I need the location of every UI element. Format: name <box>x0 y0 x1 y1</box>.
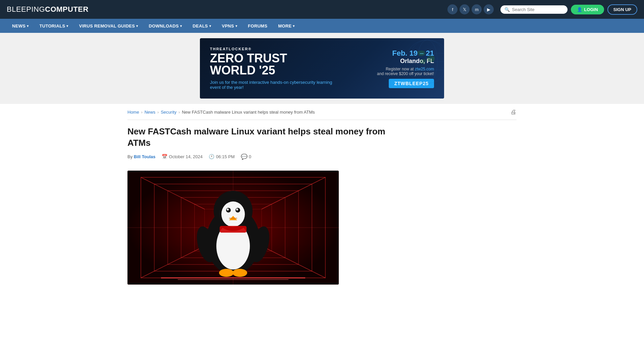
article-comments[interactable]: 💬 0 <box>241 154 251 160</box>
author-link[interactable]: Bill Toulas <box>134 154 156 159</box>
breadcrumb-current: New FASTCash malware Linux variant helps… <box>182 110 315 115</box>
chevron-down-icon: ▾ <box>209 24 211 28</box>
signup-label: SIGN UP <box>613 7 631 12</box>
main-nav: NEWS ▾ TUTORIALS ▾ VIRUS REMOVAL GUIDES … <box>0 19 644 33</box>
date-value: October 14, 2024 <box>169 154 203 159</box>
facebook-icon[interactable]: f <box>447 4 458 14</box>
comment-count: 0 <box>249 154 251 159</box>
nav-tutorials-label: TUTORIALS <box>40 23 65 28</box>
svg-point-33 <box>232 269 247 277</box>
time-value: 06:15 PM <box>216 154 235 159</box>
nav-vpns[interactable]: VPNS ▾ <box>216 19 243 33</box>
nav-virus-removal[interactable]: VIRUS REMOVAL GUIDES ▾ <box>74 19 144 33</box>
nav-vpns-label: VPNS <box>222 23 234 28</box>
sidebar <box>416 120 517 285</box>
site-logo[interactable]: BLEEPINGCOMPUTER <box>7 5 89 14</box>
svg-point-26 <box>227 208 229 210</box>
clock-icon: 🕐 <box>209 154 214 159</box>
ad-banner: THREATLOCKER® ZERO TRUST WORLD '25 Join … <box>0 33 644 104</box>
search-input[interactable] <box>512 7 564 12</box>
user-icon: 👤 <box>577 7 582 12</box>
content-wrapper: Home › News › Security › New FASTCash ma… <box>121 104 523 285</box>
nav-downloads-label: DOWNLOADS <box>149 23 179 28</box>
chevron-down-icon: ▾ <box>180 24 182 28</box>
nav-forums-label: FORUMS <box>248 23 267 28</box>
ad-subtitle: Join us for the most interactive hands-o… <box>210 80 340 90</box>
nav-more[interactable]: MORE ▾ <box>273 19 300 33</box>
mastodon-icon[interactable]: m <box>472 4 482 14</box>
svg-point-23 <box>221 201 245 227</box>
svg-point-27 <box>236 208 238 210</box>
breadcrumb: Home › News › Security › New FASTCash ma… <box>127 104 517 120</box>
ad-left: THREATLOCKER® ZERO TRUST WORLD '25 Join … <box>200 40 350 97</box>
nav-tutorials[interactable]: TUTORIALS ▾ <box>34 19 74 33</box>
nav-virus-label: VIRUS REMOVAL GUIDES <box>79 23 135 28</box>
login-label: LOGIN <box>584 7 598 12</box>
breadcrumb-home[interactable]: Home <box>127 110 139 115</box>
article-time: 🕐 06:15 PM <box>209 154 235 159</box>
header-right: f 𝕏 m ▶ 🔍 👤 LOGIN SIGN UP <box>447 4 637 15</box>
svg-rect-34 <box>220 226 247 233</box>
ad-title-line1: ZERO TRUST <box>210 52 340 64</box>
nav-more-label: MORE <box>278 23 291 28</box>
nav-downloads[interactable]: DOWNLOADS ▾ <box>144 19 187 33</box>
article-meta: By Bill Toulas 📅 October 14, 2024 🕐 06:1… <box>127 154 406 165</box>
chevron-down-icon: ▾ <box>136 24 138 28</box>
article-title: New FASTCash malware Linux variant helps… <box>127 126 406 149</box>
article-date: 📅 October 14, 2024 <box>162 154 203 159</box>
article-content: New FASTCash malware Linux variant helps… <box>127 120 406 285</box>
youtube-icon[interactable]: ▶ <box>484 4 494 14</box>
breadcrumb-sep-1: › <box>141 110 143 115</box>
breadcrumb-sep-2: › <box>157 110 159 115</box>
search-box: 🔍 <box>500 5 568 14</box>
chevron-down-icon: ▾ <box>66 24 68 28</box>
article-hero-svg <box>127 171 339 285</box>
breadcrumb-sep-3: › <box>178 110 180 115</box>
comment-icon: 💬 <box>241 154 248 160</box>
nav-forums[interactable]: FORUMS <box>243 19 273 33</box>
nav-news-label: NEWS <box>12 23 25 28</box>
breadcrumb-news[interactable]: News <box>145 110 156 115</box>
ad-brand: THREATLOCKER® <box>210 47 340 51</box>
print-icon[interactable]: 🖨 <box>511 109 517 116</box>
hero-image <box>127 171 339 285</box>
nav-news[interactable]: NEWS ▾ <box>7 19 34 33</box>
ad-title-line2: WORLD '25 <box>210 64 340 76</box>
nav-deals-label: DEALS <box>193 23 208 28</box>
ad-title: ZERO TRUST WORLD '25 <box>210 52 340 76</box>
twitter-icon[interactable]: 𝕏 <box>460 4 470 14</box>
globe-decoration <box>397 38 444 99</box>
social-icons: f 𝕏 m ▶ <box>447 4 494 14</box>
nav-deals[interactable]: DEALS ▾ <box>187 19 216 33</box>
calendar-icon: 📅 <box>162 154 167 159</box>
login-button[interactable]: 👤 LOGIN <box>571 5 604 14</box>
logo-light: BLEEPING <box>7 5 45 13</box>
search-icon: 🔍 <box>504 7 510 12</box>
chevron-down-icon: ▾ <box>235 24 237 28</box>
svg-point-32 <box>219 269 234 277</box>
article-author: By Bill Toulas <box>127 154 156 159</box>
ad-inner[interactable]: THREATLOCKER® ZERO TRUST WORLD '25 Join … <box>200 38 444 99</box>
chevron-down-icon: ▾ <box>27 24 29 28</box>
logo-bold: COMPUTER <box>45 5 89 13</box>
chevron-down-icon: ▾ <box>293 24 294 28</box>
signup-button[interactable]: SIGN UP <box>607 4 637 15</box>
breadcrumb-security[interactable]: Security <box>161 110 176 115</box>
main-layout: New FASTCash malware Linux variant helps… <box>127 120 517 285</box>
site-header: BLEEPINGCOMPUTER f 𝕏 m ▶ 🔍 👤 LOGIN SIGN … <box>0 0 644 19</box>
